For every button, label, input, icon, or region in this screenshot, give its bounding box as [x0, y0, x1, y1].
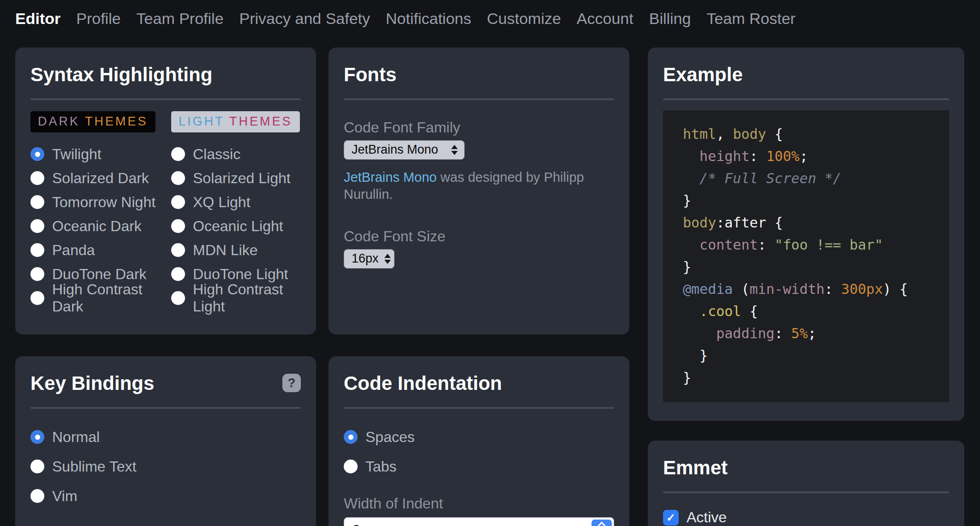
code-line: }	[683, 190, 940, 212]
key-binding-option-vim[interactable]: Vim	[30, 488, 301, 504]
radio-label: Oceanic Dark	[52, 218, 142, 235]
dark-theme-option-twilight[interactable]: Twilight	[30, 146, 160, 162]
nav-item-editor[interactable]: Editor	[15, 9, 60, 28]
example-card: Example html, body { height: 100%; /* Fu…	[648, 48, 964, 421]
emmet-active-row[interactable]: ✓ Active	[663, 509, 949, 526]
radio-unselected[interactable]	[171, 267, 185, 281]
radio-unselected[interactable]	[30, 171, 44, 185]
radio-unselected[interactable]	[171, 219, 185, 233]
width-of-indent-input[interactable]	[344, 517, 614, 526]
radio-unselected[interactable]	[344, 460, 358, 473]
radio-unselected[interactable]	[171, 243, 185, 257]
light-theme-option-mdn-like[interactable]: MDN Like	[171, 242, 301, 258]
dark-themes-chip: DARK THEMES	[30, 111, 155, 132]
emmet-card: Emmet ✓ Active	[648, 441, 964, 526]
divider	[663, 98, 949, 100]
key-binding-option-sublime-text[interactable]: Sublime Text	[30, 459, 301, 474]
radio-label: Tomorrow Night	[52, 194, 155, 211]
code-font-size-label: Code Font Size	[344, 227, 614, 245]
divider	[30, 407, 301, 409]
radio-selected[interactable]	[30, 147, 44, 161]
light-theme-option-oceanic-light[interactable]: Oceanic Light	[171, 218, 301, 234]
radio-label: DuoTone Light	[193, 266, 288, 283]
indentation-option-tabs[interactable]: Tabs	[344, 459, 614, 474]
radio-unselected[interactable]	[30, 291, 44, 305]
light-theme-options: ClassicSolarized LightXQ LightOceanic Li…	[171, 146, 301, 306]
jetbrains-mono-link[interactable]: JetBrains Mono	[344, 170, 437, 185]
key-binding-option-normal[interactable]: Normal	[30, 429, 301, 445]
radio-unselected[interactable]	[171, 291, 185, 305]
syntax-highlighting-card: Syntax Highlighting DARK THEMES Twilight…	[15, 48, 316, 335]
chip-word: THEMES	[229, 114, 293, 128]
select-arrows-icon	[384, 254, 391, 264]
nav-item-account[interactable]: Account	[577, 9, 633, 28]
nav-item-privacy-and-safety[interactable]: Privacy and Safety	[239, 9, 370, 28]
key-bindings-title: Key Bindings	[30, 372, 154, 395]
light-theme-option-classic[interactable]: Classic	[171, 146, 301, 162]
dark-theme-option-duotone-dark[interactable]: DuoTone Dark	[30, 266, 160, 282]
radio-label: Normal	[52, 429, 100, 446]
radio-unselected[interactable]	[171, 171, 185, 185]
radio-unselected[interactable]	[30, 195, 44, 209]
radio-label: High Contrast Light	[193, 281, 301, 315]
divider	[663, 491, 949, 493]
code-font-size-value: 16px	[352, 251, 379, 266]
dark-theme-option-panda[interactable]: Panda	[30, 242, 160, 258]
nav-item-billing[interactable]: Billing	[649, 9, 691, 28]
light-theme-option-xq-light[interactable]: XQ Light	[171, 194, 301, 210]
radio-label: Sublime Text	[52, 458, 137, 475]
font-note: JetBrains Mono was designed by Philipp N…	[344, 169, 614, 203]
radio-label: Vim	[52, 488, 78, 505]
radio-unselected[interactable]	[30, 243, 44, 257]
column-3: Example html, body { height: 100%; /* Fu…	[648, 48, 964, 526]
light-theme-option-duotone-light[interactable]: DuoTone Light	[171, 266, 301, 282]
radio-unselected[interactable]	[171, 147, 185, 161]
radio-unselected[interactable]	[30, 460, 44, 473]
divider	[30, 98, 301, 100]
code-indentation-card: Code Indentation SpacesTabs Width of Ind…	[329, 356, 629, 526]
radio-unselected[interactable]	[30, 267, 44, 281]
help-icon[interactable]: ?	[282, 374, 301, 392]
chip-word: DARK	[38, 114, 80, 128]
dark-theme-option-tomorrow-night[interactable]: Tomorrow Night	[30, 194, 160, 210]
check-icon: ✓	[666, 512, 675, 523]
radio-unselected[interactable]	[30, 219, 44, 233]
number-stepper[interactable]	[592, 520, 612, 526]
dark-theme-option-high-contrast-dark[interactable]: High Contrast Dark	[30, 290, 160, 306]
radio-label: High Contrast Dark	[52, 281, 160, 315]
settings-nav: EditorProfileTeam ProfilePrivacy and Saf…	[0, 0, 980, 28]
radio-unselected[interactable]	[30, 489, 44, 503]
select-arrows-icon	[451, 145, 458, 155]
indentation-options: SpacesTabs	[344, 429, 614, 474]
radio-label: Classic	[193, 146, 240, 163]
light-theme-option-high-contrast-light[interactable]: High Contrast Light	[171, 290, 301, 306]
indentation-option-spaces[interactable]: Spaces	[344, 429, 614, 445]
nav-item-team-roster[interactable]: Team Roster	[706, 9, 795, 28]
nav-item-customize[interactable]: Customize	[487, 9, 561, 28]
code-font-size-select[interactable]: 16px	[344, 249, 394, 269]
code-font-family-value: JetBrains Mono	[352, 143, 438, 157]
nav-item-profile[interactable]: Profile	[76, 9, 120, 28]
width-of-indent-label: Width of Indent	[344, 495, 614, 512]
dark-theme-option-solarized-dark[interactable]: Solarized Dark	[30, 170, 160, 186]
code-line: .cool {	[683, 300, 940, 323]
radio-unselected[interactable]	[171, 195, 185, 209]
radio-label: Solarized Light	[193, 170, 291, 187]
chevron-up-icon	[598, 521, 606, 526]
theme-grid: DARK THEMES TwilightSolarized DarkTomorr…	[30, 111, 301, 306]
code-line: height: 100%;	[683, 145, 940, 167]
width-of-indent-field	[344, 517, 614, 526]
radio-selected[interactable]	[344, 430, 358, 444]
code-font-family-select[interactable]: JetBrains Mono	[344, 140, 465, 160]
light-theme-option-solarized-light[interactable]: Solarized Light	[171, 170, 301, 186]
settings-grid: Syntax Highlighting DARK THEMES Twilight…	[15, 48, 980, 526]
nav-item-team-profile[interactable]: Team Profile	[137, 9, 224, 28]
radio-selected[interactable]	[30, 430, 44, 444]
column-1: Syntax Highlighting DARK THEMES Twilight…	[15, 48, 316, 526]
dark-theme-option-oceanic-dark[interactable]: Oceanic Dark	[30, 218, 160, 234]
nav-item-notifications[interactable]: Notifications	[386, 9, 471, 28]
key-bindings-title-row: Key Bindings ?	[30, 372, 301, 395]
emmet-active-checkbox[interactable]: ✓	[663, 510, 679, 526]
code-line: }	[683, 367, 940, 389]
radio-label: MDN Like	[193, 242, 257, 259]
